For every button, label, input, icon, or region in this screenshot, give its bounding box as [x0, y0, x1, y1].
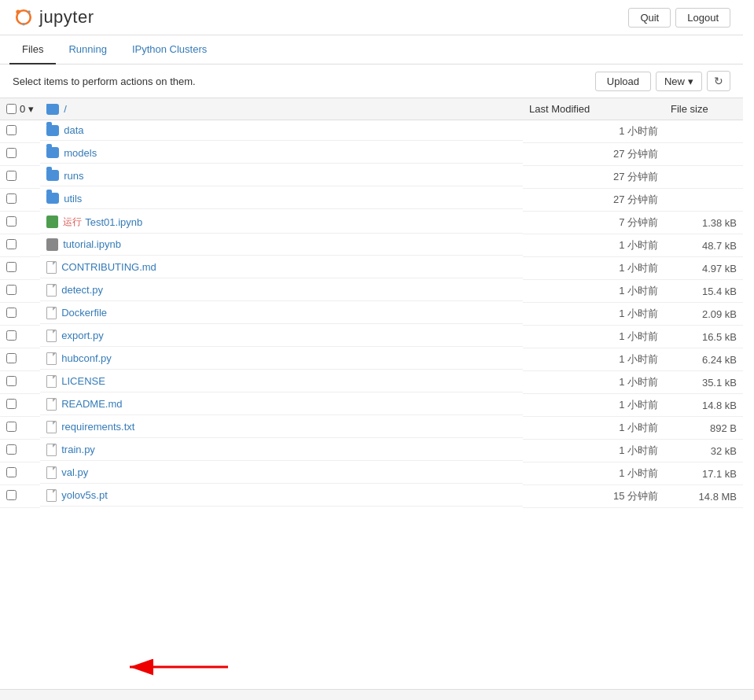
- row-checkbox[interactable]: [6, 467, 17, 477]
- select-help-text: Select items to perform actions on them.: [13, 76, 196, 87]
- file-link[interactable]: Test01.ipynb: [85, 216, 142, 228]
- row-checkbox[interactable]: [6, 308, 17, 318]
- row-size-cell: [664, 120, 743, 143]
- row-name-cell: detect.py: [40, 280, 523, 301]
- tab-files[interactable]: Files: [9, 35, 56, 64]
- svg-point-2: [28, 10, 31, 13]
- row-size-cell: 48.7 kB: [664, 234, 743, 257]
- row-checkbox[interactable]: [6, 285, 17, 295]
- row-checkbox[interactable]: [6, 193, 17, 204]
- table-row: README.md1 小时前14.8 kB: [0, 394, 743, 417]
- row-check-cell: [0, 462, 40, 485]
- row-size-cell: 17.1 kB: [664, 462, 743, 485]
- file-link[interactable]: CONTRIBUTING.md: [61, 261, 156, 273]
- row-checkbox[interactable]: [6, 376, 17, 386]
- row-modified-cell: 7 分钟前: [523, 212, 664, 234]
- file-link[interactable]: yolov5s.pt: [61, 489, 108, 501]
- th-last-modified[interactable]: Last Modified: [523, 98, 664, 120]
- new-dropdown-icon: ▾: [688, 76, 693, 87]
- row-check-cell: [0, 348, 40, 371]
- toolbar-right: Upload New ▾ ↻: [595, 71, 730, 91]
- row-modified-cell: 1 小时前: [523, 120, 664, 143]
- row-modified-cell: 1 小时前: [523, 371, 664, 394]
- th-modified-label: Last Modified: [529, 103, 590, 115]
- row-modified-cell: 1 小时前: [523, 394, 664, 417]
- file-icon: [46, 398, 57, 411]
- row-checkbox[interactable]: [6, 148, 17, 158]
- row-check-cell: [0, 417, 40, 440]
- tab-running[interactable]: Running: [56, 35, 119, 64]
- file-link[interactable]: requirements.txt: [61, 421, 134, 433]
- file-link[interactable]: utils: [64, 193, 82, 204]
- row-check-cell: [0, 280, 40, 303]
- file-link[interactable]: hubconf.py: [61, 352, 112, 364]
- row-check-cell: [0, 394, 40, 417]
- notebook-icon: [46, 238, 58, 251]
- file-link[interactable]: models: [64, 147, 97, 159]
- row-checkbox[interactable]: [6, 330, 17, 341]
- file-link[interactable]: train.py: [61, 444, 95, 455]
- row-name-cell: val.py: [40, 462, 523, 484]
- new-button-label: New: [664, 76, 685, 87]
- file-link[interactable]: val.py: [61, 466, 88, 478]
- row-modified-cell: 1 小时前: [523, 417, 664, 440]
- file-link[interactable]: export.py: [61, 330, 103, 341]
- folder-icon: [46, 147, 59, 158]
- row-checkbox[interactable]: [6, 490, 17, 500]
- file-table: 0 ▾ / Last Modified File size: [0, 98, 743, 508]
- row-modified-cell: 1 小时前: [523, 348, 664, 371]
- file-icon: [46, 352, 57, 365]
- table-header-row: 0 ▾ / Last Modified File size: [0, 98, 743, 120]
- tab-ipython-clusters[interactable]: IPython Clusters: [120, 35, 219, 64]
- row-name-cell: tutorial.ipynb: [40, 234, 523, 256]
- file-icon: [46, 284, 57, 297]
- row-modified-cell: 15 分钟前: [523, 485, 664, 508]
- quit-button[interactable]: Quit: [628, 8, 671, 28]
- row-size-cell: 32 kB: [664, 440, 743, 462]
- row-checkbox[interactable]: [6, 422, 17, 432]
- row-check-cell: [0, 485, 40, 508]
- logo-text: jupyter: [39, 7, 94, 28]
- notebook-running-icon: [46, 216, 58, 228]
- file-icon: [46, 261, 57, 274]
- row-name-cell: 运行Test01.ipynb: [40, 212, 523, 234]
- row-name-cell: export.py: [40, 326, 523, 347]
- row-checkbox[interactable]: [6, 239, 17, 249]
- table-row: requirements.txt1 小时前892 B: [0, 417, 743, 440]
- file-link[interactable]: README.md: [61, 398, 122, 410]
- file-link[interactable]: runs: [64, 170, 83, 182]
- upload-button[interactable]: Upload: [595, 72, 651, 91]
- folder-icon: [46, 193, 59, 204]
- logout-button[interactable]: Logout: [675, 8, 730, 28]
- row-size-cell: 14.8 MB: [664, 485, 743, 508]
- row-modified-cell: 1 小时前: [523, 440, 664, 462]
- row-size-cell: 2.09 kB: [664, 303, 743, 326]
- breadcrumb-slash[interactable]: /: [64, 103, 67, 115]
- row-name-cell: train.py: [40, 440, 523, 461]
- row-modified-cell: 1 小时前: [523, 462, 664, 485]
- file-link[interactable]: LICENSE: [61, 375, 105, 387]
- row-checkbox[interactable]: [6, 171, 17, 181]
- refresh-button[interactable]: ↻: [707, 71, 730, 91]
- check-dropdown-icon[interactable]: ▾: [28, 103, 34, 115]
- file-icon: [46, 330, 57, 342]
- new-button[interactable]: New ▾: [656, 72, 702, 91]
- file-link[interactable]: tutorial.ipynb: [63, 238, 121, 250]
- header: jupyter Quit Logout: [0, 0, 743, 35]
- file-icon: [46, 421, 57, 433]
- row-modified-cell: 1 小时前: [523, 234, 664, 257]
- row-checkbox[interactable]: [6, 262, 17, 272]
- file-link[interactable]: data: [64, 124, 83, 136]
- row-checkbox[interactable]: [6, 444, 17, 455]
- row-checkbox[interactable]: [6, 216, 17, 227]
- file-link[interactable]: detect.py: [61, 284, 103, 296]
- row-checkbox[interactable]: [6, 125, 17, 135]
- file-link[interactable]: Dockerfile: [61, 307, 107, 319]
- toolbar-area: Select items to perform actions on them.…: [0, 64, 743, 98]
- row-checkbox[interactable]: [6, 399, 17, 409]
- row-checkbox[interactable]: [6, 353, 17, 363]
- row-check-cell: [0, 326, 40, 348]
- row-size-cell: 892 B: [664, 417, 743, 440]
- th-file-size[interactable]: File size: [664, 98, 743, 120]
- check-all-checkbox[interactable]: [6, 104, 17, 114]
